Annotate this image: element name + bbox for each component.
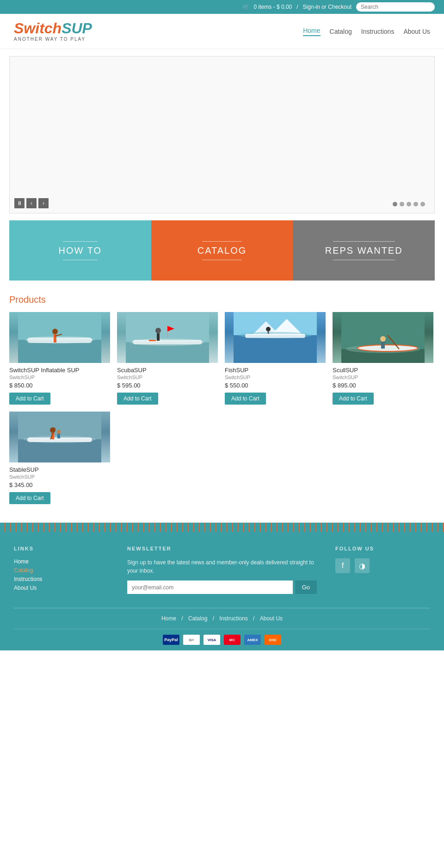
logo-sup: SUP xyxy=(62,20,92,37)
svg-rect-18 xyxy=(234,335,317,363)
svg-rect-10 xyxy=(133,340,202,344)
footer-sep-3: / xyxy=(253,615,254,622)
product-brand-2: SwitchSUP xyxy=(117,375,218,380)
product-brand-3: SwitchSUP xyxy=(225,375,326,380)
payment-icons: PayPal G+ VISA MC AMEX DISC xyxy=(14,629,430,650)
mastercard-icon: MC xyxy=(224,635,240,645)
logo: SwitchSUP ANOTHER WAY TO PLAY xyxy=(14,21,92,42)
footer-link-catalog[interactable]: Catalog xyxy=(14,567,109,574)
product-image-1 xyxy=(9,312,110,363)
cart-icon: 🛒 xyxy=(242,4,249,10)
category-reps-wanted[interactable]: REPS WANTED xyxy=(293,220,435,281)
svg-point-30 xyxy=(380,336,386,342)
nav-about[interactable]: About Us xyxy=(403,28,430,35)
slider-dot-2[interactable] xyxy=(400,202,404,206)
slider-dot-5[interactable] xyxy=(420,202,425,206)
discover-icon: DISC xyxy=(265,635,281,645)
footer-social-col: FOLLOW US f ◑ xyxy=(335,546,430,594)
footer-sep-1: / xyxy=(181,615,183,622)
nav-home[interactable]: Home xyxy=(303,27,320,36)
main-nav: Home Catalog Instructions About Us xyxy=(303,27,430,36)
product-brand-1: SwitchSUP xyxy=(9,375,110,380)
product-name-1: SwitchSUP Inflatable SUP xyxy=(9,367,110,374)
svg-rect-22 xyxy=(245,334,305,338)
svg-rect-31 xyxy=(381,342,385,349)
product-name-4: ScullSUP xyxy=(333,367,433,374)
footer: LINKS Home Catalog Instructions About Us… xyxy=(0,532,444,650)
product-name-3: FishSUP xyxy=(225,367,326,374)
footer-follow-heading: FOLLOW US xyxy=(335,546,430,551)
category-reps-wanted-label: REPS WANTED xyxy=(325,241,403,260)
product-card-2: ScubaSUP SwitchSUP $ 595.00 Add to Cart xyxy=(117,312,218,405)
header: SwitchSUP ANOTHER WAY TO PLAY Home Catal… xyxy=(0,14,444,49)
footer-bottom-nav: Home / Catalog / Instructions / About Us xyxy=(14,608,430,629)
slider-dot-1[interactable] xyxy=(393,202,397,206)
product-card-4: ScullSUP SwitchSUP $ 895.00 Add to Cart xyxy=(333,312,433,405)
search-input[interactable] xyxy=(356,2,435,12)
top-bar: 🛒 0 items - $ 0.00 / Sign-in or Checkout xyxy=(0,0,444,14)
add-to-cart-button-3[interactable]: Add to Cart xyxy=(225,393,266,405)
nav-catalog[interactable]: Catalog xyxy=(330,28,352,35)
footer-link-instructions[interactable]: Instructions xyxy=(14,576,109,582)
product-name-2: ScubaSUP xyxy=(117,367,218,374)
product-image-3 xyxy=(225,312,326,363)
product-price-2: $ 595.00 xyxy=(117,382,218,389)
add-to-cart-button-2[interactable]: Add to Cart xyxy=(117,393,158,405)
add-to-cart-button-4[interactable]: Add to Cart xyxy=(333,393,374,405)
slider-dot-3[interactable] xyxy=(407,202,411,206)
slider-next-button[interactable]: › xyxy=(38,198,49,208)
paypal-icon: PayPal xyxy=(163,635,179,645)
logo-switch: Switch xyxy=(14,20,62,37)
footer-link-about[interactable]: About Us xyxy=(14,585,109,591)
svg-rect-40 xyxy=(57,434,60,438)
wave-divider xyxy=(0,523,444,532)
product-brand-5: SwitchSUP xyxy=(9,474,110,480)
category-boxes: HOW TO CATALOG REPS WANTED xyxy=(9,220,435,281)
slider-controls: ⏸ ‹ › xyxy=(14,198,49,208)
separator: / xyxy=(296,4,298,10)
svg-rect-3 xyxy=(27,337,92,343)
footer-bottom-home[interactable]: Home xyxy=(161,615,176,622)
social-icons: f ◑ xyxy=(335,558,430,573)
footer-bottom-catalog[interactable]: Catalog xyxy=(188,615,207,622)
svg-rect-11 xyxy=(149,340,156,341)
footer-top: LINKS Home Catalog Instructions About Us… xyxy=(14,546,430,608)
newsletter-go-button[interactable]: Go xyxy=(295,581,317,594)
facebook-icon[interactable]: f xyxy=(335,558,350,573)
product-card-1: SwitchSUP Inflatable SUP SwitchSUP $ 850… xyxy=(9,312,110,405)
signin-link[interactable]: Sign-in or Checkout xyxy=(303,4,352,10)
footer-bottom-about[interactable]: About Us xyxy=(260,615,283,622)
product-image-2 xyxy=(117,312,218,363)
products-section: Products SwitchSUP Inflatable SUP Switch… xyxy=(0,290,444,518)
cart-text: 0 items - $ 0.00 xyxy=(254,4,292,10)
category-how-to-label: HOW TO xyxy=(59,241,102,260)
svg-rect-13 xyxy=(157,333,160,341)
footer-link-home[interactable]: Home xyxy=(14,558,109,565)
product-name-5: StableSUP xyxy=(9,466,110,473)
category-how-to[interactable]: HOW TO xyxy=(9,220,151,281)
svg-point-39 xyxy=(57,430,61,434)
product-price-4: $ 895.00 xyxy=(333,382,433,389)
nav-instructions[interactable]: Instructions xyxy=(361,28,395,35)
add-to-cart-button-5[interactable]: Add to Cart xyxy=(9,492,50,504)
footer-links-heading: LINKS xyxy=(14,546,109,551)
product-image-5 xyxy=(9,412,110,462)
newsletter-email-input[interactable] xyxy=(127,581,293,594)
category-catalog[interactable]: CATALOG xyxy=(151,220,293,281)
logo-text: SwitchSUP xyxy=(14,21,92,36)
footer-bottom-instructions[interactable]: Instructions xyxy=(219,615,247,622)
products-title: Products xyxy=(9,294,435,305)
slider-pause-button[interactable]: ⏸ xyxy=(14,198,25,208)
amex-icon: AMEX xyxy=(244,635,261,645)
footer-links-col: LINKS Home Catalog Instructions About Us xyxy=(14,546,109,594)
instagram-icon[interactable]: ◑ xyxy=(355,558,370,573)
slider-prev-button[interactable]: ‹ xyxy=(26,198,37,208)
product-price-1: $ 850.00 xyxy=(9,382,110,389)
slider-dot-4[interactable] xyxy=(413,202,418,206)
product-price-5: $ 345.00 xyxy=(9,481,110,488)
add-to-cart-button-1[interactable]: Add to Cart xyxy=(9,393,50,405)
logo-tagline: ANOTHER WAY TO PLAY xyxy=(14,37,92,42)
footer-sep-2: / xyxy=(213,615,214,622)
product-image-4 xyxy=(333,312,433,363)
footer-newsletter-col: NEWSLETTER Sign up to have the latest ne… xyxy=(127,546,317,594)
